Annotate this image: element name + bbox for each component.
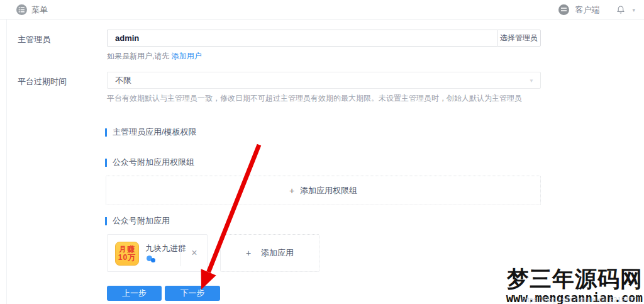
plus-icon: + xyxy=(246,248,251,258)
next-step-button[interactable]: 下一步 xyxy=(165,286,220,301)
add-user-link[interactable]: 添加用户 xyxy=(172,52,202,60)
section-accent-bar xyxy=(105,159,107,167)
menu-label: 菜单 xyxy=(31,4,48,16)
app-icon: 月赚 10万 xyxy=(115,242,139,266)
section-title: 主管理员应用/模板权限 xyxy=(113,127,197,138)
expire-select-value: 不限 xyxy=(115,75,131,86)
admin-field-label: 主管理员 xyxy=(18,34,50,45)
section-mp-apps: 公众号附加应用 xyxy=(105,215,170,227)
add-app-button[interactable]: + 添加应用 xyxy=(220,234,319,272)
app-icon-line2: 10万 xyxy=(118,254,136,262)
prev-step-button[interactable]: 上一步 xyxy=(107,286,162,301)
app-card: 月赚 10万 九块九进群 × xyxy=(107,234,208,272)
topbar: 菜单 客户端 ▾ xyxy=(0,0,644,20)
section-mp-perm-group: 公众号附加应用权限组 xyxy=(105,157,194,168)
page: 菜单 客户端 ▾ 主管理员 选择管理员 如果是新用户,请先 添加用户 平台过期时… xyxy=(0,0,644,304)
watermark: 梦三年源码网 www.mengsannian.com https://blog.… xyxy=(506,268,643,304)
section-accent-bar xyxy=(105,128,107,137)
avatar[interactable] xyxy=(558,4,569,15)
bell-icon[interactable] xyxy=(616,5,625,14)
admin-input[interactable] xyxy=(107,30,497,47)
section-title: 公众号附加应用权限组 xyxy=(113,157,194,168)
section-admin-perm: 主管理员应用/模板权限 xyxy=(105,127,197,138)
admin-helper-text: 如果是新用户,请先 添加用户 xyxy=(107,51,202,62)
expire-helper-text: 平台有效期默认与主管理员一致，修改日期不可超过主管理员有效期的最大期限。未设置主… xyxy=(107,93,522,104)
select-caret-icon: ▼ xyxy=(529,78,534,84)
panel-left-edge xyxy=(6,20,7,304)
expire-field-label: 平台过期时间 xyxy=(18,76,67,87)
choose-admin-button[interactable]: 选择管理员 xyxy=(497,30,541,47)
chevron-down-icon[interactable]: ▾ xyxy=(632,7,635,13)
add-perm-group-label: 添加应用权限组 xyxy=(300,185,357,196)
section-title: 公众号附加应用 xyxy=(113,215,170,227)
watermark-url: www.mengsannian.com xyxy=(506,292,643,304)
add-perm-group-button[interactable]: + 添加应用权限组 xyxy=(106,176,541,205)
client-name[interactable]: 客户端 xyxy=(575,4,599,16)
menu-icon xyxy=(16,4,27,15)
admin-helper-prefix: 如果是新用户,请先 xyxy=(107,52,172,60)
plus-icon: + xyxy=(289,186,294,196)
section-accent-bar xyxy=(105,217,107,225)
add-app-label: 添加应用 xyxy=(261,247,294,259)
chat-bubbles-icon xyxy=(147,256,157,263)
remove-app-button[interactable]: × xyxy=(180,235,208,271)
admin-input-group: 选择管理员 xyxy=(107,30,541,47)
menu-button[interactable]: 菜单 xyxy=(16,0,48,20)
watermark-title: 梦三年源码网 xyxy=(506,268,643,291)
expire-select[interactable]: 不限 ▼ xyxy=(107,72,541,89)
